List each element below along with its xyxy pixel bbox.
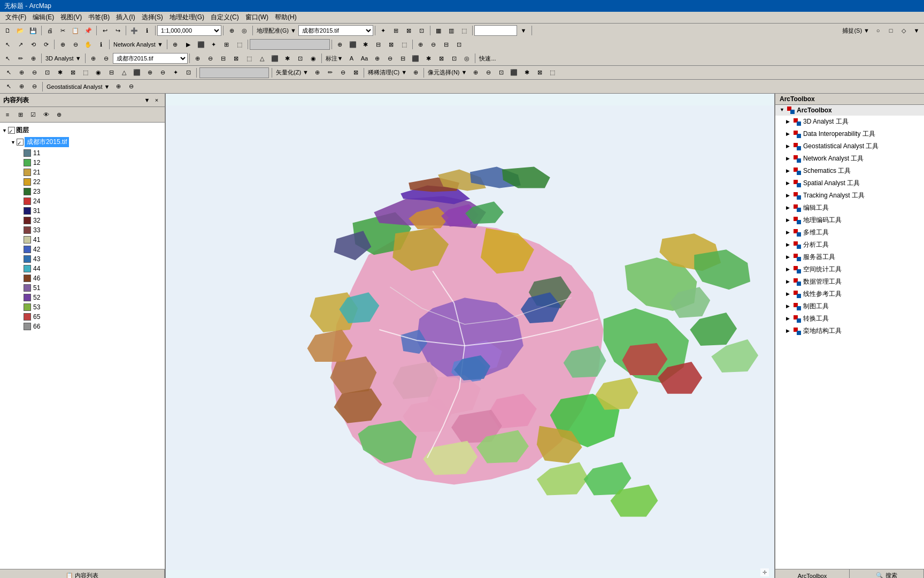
menu-insert[interactable]: 插入(I) bbox=[113, 12, 138, 23]
toolbox-item-Network-Analyst-工具[interactable]: ▶Network Analyst 工具 bbox=[775, 153, 924, 165]
tidy-btn1[interactable]: ⊕ bbox=[410, 67, 421, 79]
3d-right8[interactable]: ✱ bbox=[282, 52, 294, 64]
print-btn[interactable]: 🖨 bbox=[44, 25, 56, 36]
vect-btn1[interactable]: ⊕ bbox=[311, 67, 323, 79]
georef-btn2[interactable]: ⊞ bbox=[390, 25, 402, 36]
menu-view[interactable]: 视图(V) bbox=[57, 12, 85, 23]
psel-btn2[interactable]: ⊖ bbox=[482, 67, 494, 79]
3d-right3[interactable]: ⊟ bbox=[218, 52, 229, 64]
na-btn3[interactable]: ⬛ bbox=[195, 39, 207, 50]
na-far-btn1[interactable]: ⊕ bbox=[415, 39, 427, 50]
3d-right7[interactable]: ⬛ bbox=[269, 52, 281, 64]
layer-select[interactable]: 成都市2015.tif bbox=[298, 25, 373, 36]
map-canvas[interactable] bbox=[166, 94, 774, 578]
na-far-btn2[interactable]: ⊖ bbox=[428, 39, 440, 50]
px-btn10[interactable]: △ bbox=[118, 67, 130, 79]
toolbox-item-Schematics-工具[interactable]: ▶Schematics 工具 bbox=[775, 165, 924, 177]
3d-right5[interactable]: ⬚ bbox=[243, 52, 255, 64]
edit-btn2[interactable]: ↗ bbox=[14, 39, 26, 50]
edit3-btn2[interactable]: ✏ bbox=[14, 52, 26, 64]
snap-btn4[interactable]: ▼ bbox=[911, 25, 922, 36]
nav-btn2[interactable]: ⊖ bbox=[70, 39, 81, 50]
open-btn[interactable]: 📂 bbox=[14, 25, 26, 36]
georef-btn1[interactable]: ✦ bbox=[378, 25, 389, 36]
label-btn3[interactable]: ⊕ bbox=[371, 52, 383, 64]
gs-btn2[interactable]: ⊕ bbox=[16, 81, 27, 93]
toolbox-item-多维工具[interactable]: ▶多维工具 bbox=[775, 226, 924, 239]
snap-btn1[interactable]: ○ bbox=[872, 25, 884, 36]
toolbox-item-栾地结构工具[interactable]: ▶栾地结构工具 bbox=[775, 325, 924, 337]
toolbox-item-Tracking-Analyst-工具[interactable]: ▶Tracking Analyst 工具 bbox=[775, 189, 924, 202]
toc-close-btn[interactable]: × bbox=[152, 96, 161, 104]
na-btn6[interactable]: ⬚ bbox=[234, 39, 245, 50]
label-btn9[interactable]: ⊡ bbox=[448, 52, 460, 64]
edit3-btn3[interactable]: ⊕ bbox=[27, 52, 39, 64]
3d-right4[interactable]: ⊠ bbox=[230, 52, 242, 64]
toc-listview-btn[interactable]: ≡ bbox=[2, 109, 13, 120]
vect-btn4[interactable]: ⊠ bbox=[350, 67, 361, 79]
paste-btn[interactable]: 📌 bbox=[82, 25, 94, 36]
menu-file[interactable]: 文件(F) bbox=[2, 12, 29, 23]
map-area[interactable]: ✛ bbox=[166, 94, 774, 578]
px-btn1[interactable]: ↖ bbox=[3, 67, 14, 79]
menu-bookmark[interactable]: 书签(B) bbox=[85, 12, 113, 23]
3d-right2[interactable]: ⊖ bbox=[205, 52, 217, 64]
add-data-btn[interactable]: ➕ bbox=[128, 25, 140, 36]
px-btn12[interactable]: ⊕ bbox=[144, 67, 156, 79]
georef-btn6[interactable]: ▥ bbox=[445, 25, 457, 36]
georef-btn4[interactable]: ⊡ bbox=[416, 25, 428, 36]
px-btn5[interactable]: ✱ bbox=[54, 67, 66, 79]
toolbox-item-数据管理工具[interactable]: ▶数据管理工具 bbox=[775, 276, 924, 288]
search-go-btn[interactable]: ▼ bbox=[518, 25, 529, 36]
toolbox-root-item[interactable]: ▼ ArcToolbox bbox=[775, 105, 924, 116]
edit3-btn1[interactable]: ↖ bbox=[2, 52, 13, 64]
label-btn7[interactable]: ✱ bbox=[422, 52, 434, 64]
toolbox-root-expand[interactable]: ▼ bbox=[780, 107, 786, 113]
px-btn15[interactable]: ⊡ bbox=[182, 67, 194, 79]
toolbox-item-3D-Analyst-工具[interactable]: ▶3D Analyst 工具 bbox=[775, 116, 924, 128]
identify-btn2[interactable]: ℹ bbox=[95, 39, 107, 50]
toc-visibility-btn[interactable]: 👁 bbox=[40, 109, 52, 120]
edit-btn3[interactable]: ⟲ bbox=[27, 39, 39, 50]
save-btn[interactable]: 💾 bbox=[27, 25, 39, 36]
3d-right10[interactable]: ◉ bbox=[307, 52, 319, 64]
gs-right1[interactable]: ⊕ bbox=[113, 81, 125, 93]
gs-btn3[interactable]: ⊖ bbox=[28, 81, 40, 93]
px-btn13[interactable]: ⊖ bbox=[157, 67, 168, 79]
georef-btn3[interactable]: ⊠ bbox=[403, 25, 415, 36]
nav-btn1[interactable]: ⊕ bbox=[57, 39, 68, 50]
toolbox-item-服务器工具[interactable]: ▶服务器工具 bbox=[775, 251, 924, 263]
snap-btn2[interactable]: □ bbox=[885, 25, 897, 36]
px-btn6[interactable]: ⊠ bbox=[67, 67, 79, 79]
na-btn1[interactable]: ⊕ bbox=[170, 39, 181, 50]
3d-right9[interactable]: ⊡ bbox=[295, 52, 306, 64]
px-btn9[interactable]: ⊟ bbox=[105, 67, 117, 79]
psel-btn5[interactable]: ✱ bbox=[521, 67, 533, 79]
px-btn7[interactable]: ⬚ bbox=[80, 67, 91, 79]
na-right-btn2[interactable]: ⬛ bbox=[347, 39, 359, 50]
px-btn14[interactable]: ✦ bbox=[170, 67, 181, 79]
toc-expand-btn[interactable]: ⊕ bbox=[53, 109, 65, 120]
menu-geoprocessing[interactable]: 地理处理(G) bbox=[166, 12, 207, 23]
gs-right2[interactable]: ⊖ bbox=[126, 81, 137, 93]
toc-order-btn[interactable]: ⊞ bbox=[14, 109, 26, 120]
px-btn4[interactable]: ⊡ bbox=[41, 67, 53, 79]
psel-btn7[interactable]: ⬚ bbox=[546, 67, 558, 79]
3d-right6[interactable]: △ bbox=[256, 52, 268, 64]
na-right-btn4[interactable]: ⊟ bbox=[373, 39, 384, 50]
menu-help[interactable]: 帮助(H) bbox=[272, 12, 300, 23]
psel-btn4[interactable]: ⬛ bbox=[508, 67, 520, 79]
tab-toc-list[interactable]: 📋 内容列表 bbox=[0, 569, 165, 578]
georef-btn7[interactable]: ⬚ bbox=[458, 25, 470, 36]
menu-select[interactable]: 选择(S) bbox=[138, 12, 166, 23]
label-btn8[interactable]: ⊠ bbox=[435, 52, 447, 64]
toolbox-item-分析工具[interactable]: ▶分析工具 bbox=[775, 239, 924, 251]
menu-customize[interactable]: 自定义(C) bbox=[207, 12, 242, 23]
3d-right1[interactable]: ⊕ bbox=[192, 52, 204, 64]
toolbox-item-线性参考工具[interactable]: ▶线性参考工具 bbox=[775, 288, 924, 300]
psel-btn1[interactable]: ⊕ bbox=[469, 67, 481, 79]
menu-window[interactable]: 窗口(W) bbox=[242, 12, 272, 23]
px-btn2[interactable]: ⊕ bbox=[16, 67, 27, 79]
na-btn4[interactable]: ✦ bbox=[208, 39, 220, 50]
pan-btn[interactable]: ✋ bbox=[82, 39, 94, 50]
